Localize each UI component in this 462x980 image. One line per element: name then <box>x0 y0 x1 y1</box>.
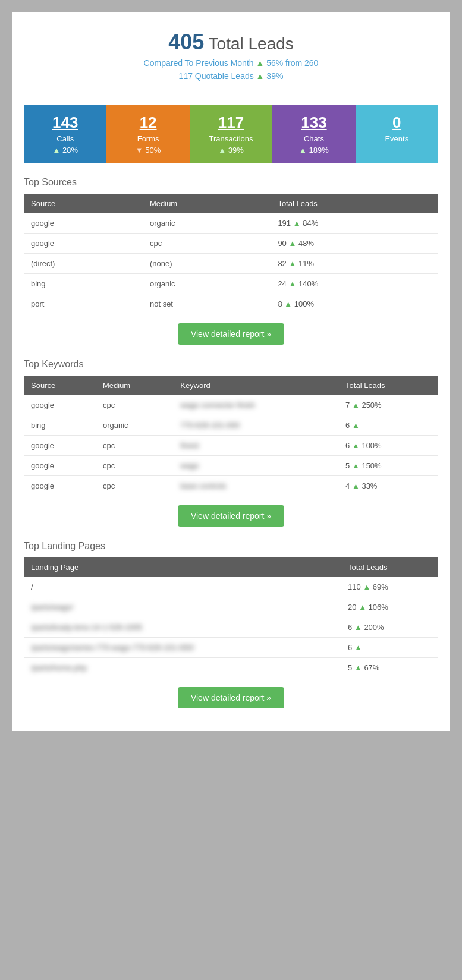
table-row: (direct) (none) 82 ▲ 11% <box>24 254 438 274</box>
leads-cell: 24 ▲ 140% <box>271 274 438 294</box>
table-row: /parts/home.php 5 ▲ 67% <box>24 658 438 678</box>
main-page: 405 Total Leads Compared To Previous Mon… <box>12 12 450 731</box>
medium-cell: organic <box>143 213 271 234</box>
source-cell: port <box>24 294 143 314</box>
lp-leads-cell: 6 ▲ 200% <box>341 617 438 638</box>
lp-page-cell: /parts/wago/ <box>24 597 341 617</box>
compared-line: Compared To Previous Month ▲ 56% from 26… <box>24 58 438 68</box>
kw-keyword-cell: 770-626-101-000 <box>173 415 338 436</box>
kw-medium-cell: organic <box>96 415 173 436</box>
kw-leads-cell: 4 ▲ 33% <box>338 476 438 496</box>
lp-leads-cell: 5 ▲ 67% <box>341 658 438 678</box>
source-cell: google <box>24 234 143 254</box>
medium-cell: cpc <box>143 234 271 254</box>
transactions-change: ▲ 39% <box>194 146 268 155</box>
compared-label: Compared To Previous Month <box>144 58 254 68</box>
landing-view-report-button[interactable]: View detailed report <box>178 687 284 708</box>
top-landing-pages-table: Landing Page Total Leads / 110 ▲ 69% /pa… <box>24 557 438 678</box>
table-row: port not set 8 ▲ 100% <box>24 294 438 314</box>
lp-col-page: Landing Page <box>24 557 341 577</box>
landing-btn-container: View detailed report <box>24 687 438 708</box>
lp-page-cell: /parts/home.php <box>24 658 341 678</box>
medium-cell: not set <box>143 294 271 314</box>
metric-tiles: 143 Calls ▲ 28% 12 Forms ▼ 50% 117 Trans… <box>24 105 438 163</box>
top-sources-table: Source Medium Total Leads google organic… <box>24 194 438 314</box>
sources-col-medium: Medium <box>143 194 271 213</box>
top-keywords-table: Source Medium Keyword Total Leads google… <box>24 376 438 496</box>
top-landing-pages-section: Top Landing Pages Landing Page Total Lea… <box>24 541 438 708</box>
table-row: bing organic 24 ▲ 140% <box>24 274 438 294</box>
lp-page-cell: / <box>24 577 341 597</box>
kw-col-medium: Medium <box>96 376 173 395</box>
chats-number[interactable]: 133 <box>277 114 350 132</box>
total-leads-label: Total Leads <box>209 34 294 53</box>
table-row: google cpc 90 ▲ 48% <box>24 234 438 254</box>
kw-keyword-cell: finest <box>173 436 338 456</box>
kw-source-cell: bing <box>24 415 96 436</box>
tile-calls[interactable]: 143 Calls ▲ 28% <box>24 105 106 163</box>
kw-keyword-cell: base controls <box>173 476 338 496</box>
table-row: google cpc wago 5 ▲ 150% <box>24 456 438 476</box>
tile-chats[interactable]: 133 Chats ▲ 189% <box>272 105 355 163</box>
kw-source-cell: google <box>24 476 96 496</box>
total-leads-number: 405 <box>168 30 204 54</box>
forms-number[interactable]: 12 <box>111 114 184 132</box>
lp-leads-cell: 6 ▲ <box>341 638 438 658</box>
keywords-view-report-button[interactable]: View detailed report <box>178 505 284 527</box>
kw-col-source: Source <box>24 376 96 395</box>
medium-cell: (none) <box>143 254 271 274</box>
table-row: google cpc base controls 4 ▲ 33% <box>24 476 438 496</box>
transactions-number[interactable]: 117 <box>194 114 268 132</box>
events-label: Events <box>360 134 433 143</box>
table-row: /parts/brady-bms-14-1-526-1005 6 ▲ 200% <box>24 617 438 638</box>
transactions-label: Transactions <box>194 134 268 143</box>
table-row: /parts/wago/series-770-wago-770-626-101-… <box>24 638 438 658</box>
calls-label: Calls <box>29 134 102 143</box>
events-change <box>360 146 433 155</box>
kw-leads-cell: 6 ▲ <box>338 415 438 436</box>
forms-change: ▼ 50% <box>111 146 184 155</box>
kw-source-cell: google <box>24 395 96 415</box>
quotable-change: 39% <box>266 71 283 81</box>
kw-leads-cell: 7 ▲ 250% <box>338 395 438 415</box>
top-sources-title: Top Sources <box>24 177 438 188</box>
total-leads-line: 405 Total Leads <box>24 30 438 55</box>
forms-label: Forms <box>111 134 184 143</box>
medium-cell: organic <box>143 274 271 294</box>
source-cell: bing <box>24 274 143 294</box>
tile-transactions[interactable]: 117 Transactions ▲ 39% <box>190 105 272 163</box>
tile-events[interactable]: 0 Events <box>356 105 438 163</box>
top-sources-section: Top Sources Source Medium Total Leads go… <box>24 177 438 345</box>
top-landing-pages-title: Top Landing Pages <box>24 541 438 552</box>
header: 405 Total Leads Compared To Previous Mon… <box>24 30 438 93</box>
kw-medium-cell: cpc <box>96 395 173 415</box>
sources-view-report-button[interactable]: View detailed report <box>178 323 284 345</box>
quotable-link[interactable]: 117 Quotable Leads <box>179 71 256 81</box>
kw-leads-cell: 6 ▲ 100% <box>338 436 438 456</box>
leads-cell: 191 ▲ 84% <box>271 213 438 234</box>
table-row: /parts/wago/ 20 ▲ 106% <box>24 597 438 617</box>
quotable-number: 117 <box>179 71 193 81</box>
kw-source-cell: google <box>24 436 96 456</box>
kw-medium-cell: cpc <box>96 456 173 476</box>
lp-leads-cell: 110 ▲ 69% <box>341 577 438 597</box>
kw-col-keyword: Keyword <box>173 376 338 395</box>
chats-label: Chats <box>277 134 350 143</box>
calls-number[interactable]: 143 <box>29 114 102 132</box>
compared-arrow: ▲ <box>256 58 264 68</box>
calls-change: ▲ 28% <box>29 146 102 155</box>
compared-change: 56% from 260 <box>266 58 318 68</box>
leads-cell: 82 ▲ 11% <box>271 254 438 274</box>
kw-leads-cell: 5 ▲ 150% <box>338 456 438 476</box>
lp-col-leads: Total Leads <box>341 557 438 577</box>
source-cell: (direct) <box>24 254 143 274</box>
table-row: bing organic 770-626-101-000 6 ▲ <box>24 415 438 436</box>
events-number[interactable]: 0 <box>360 114 433 132</box>
quotable-label: Quotable Leads <box>195 71 254 81</box>
kw-keyword-cell: wago connector finish <box>173 395 338 415</box>
lp-page-cell: /parts/wago/series-770-wago-770-626-101-… <box>24 638 341 658</box>
table-row: google cpc wago connector finish 7 ▲ 250… <box>24 395 438 415</box>
kw-medium-cell: cpc <box>96 476 173 496</box>
tile-forms[interactable]: 12 Forms ▼ 50% <box>106 105 189 163</box>
kw-medium-cell: cpc <box>96 436 173 456</box>
